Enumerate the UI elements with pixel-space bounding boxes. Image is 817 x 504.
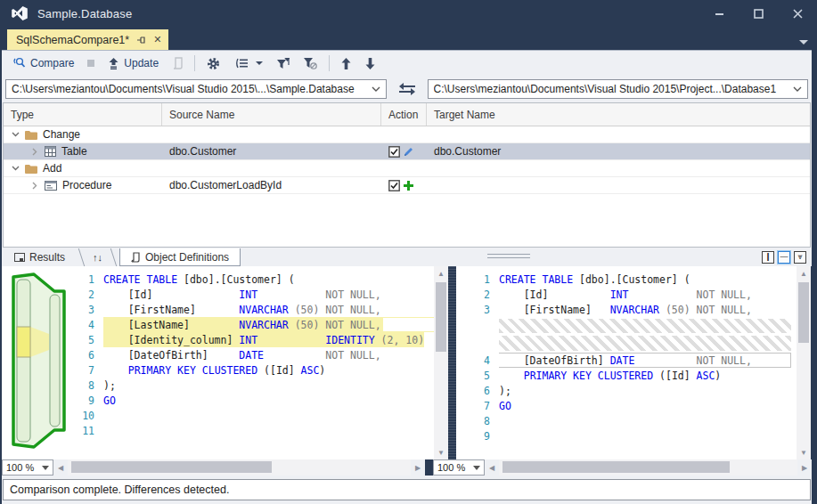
expander-icon[interactable] — [30, 182, 39, 190]
target-vertical-scrollbar[interactable]: ▲ ▼ — [797, 266, 811, 459]
pin-icon[interactable] — [136, 35, 146, 45]
target-name-cell: dbo.Customer — [434, 145, 501, 158]
filter-button[interactable] — [272, 55, 295, 72]
pane-splitter[interactable] — [448, 266, 456, 459]
add-plus-icon — [403, 180, 414, 191]
compare-button[interactable]: Compare — [7, 54, 79, 72]
line-number: 2 — [472, 289, 490, 301]
scrollbar-thumb[interactable] — [436, 282, 446, 352]
diff-grid-row[interactable]: Change — [4, 126, 810, 143]
line-number: 1 — [472, 273, 490, 286]
split-vertical-button[interactable]: ❙ — [762, 251, 774, 264]
compare-icon — [12, 57, 26, 69]
column-header-type[interactable]: Type — [4, 103, 162, 126]
results-icon — [14, 253, 25, 262]
target-code-line: 3 [FirstName] NVARCHAR (50) NOT NULL, — [472, 302, 797, 317]
clear-filter-icon — [304, 58, 317, 69]
scroll-down-icon[interactable]: ▼ — [434, 445, 448, 459]
clear-filter-button[interactable] — [298, 55, 323, 72]
swap-source-target-button[interactable] — [392, 78, 422, 100]
source-code-line: 3 [FirstName] NVARCHAR (50) NOT NULL, — [77, 302, 434, 317]
group-results-button[interactable] — [229, 55, 268, 71]
app-window: Sample.Database SqlSchemaCompare1* ✕ Com… — [0, 0, 817, 504]
target-zoom-select[interactable]: 100 % — [433, 459, 485, 476]
scroll-down-icon[interactable]: ▼ — [797, 445, 811, 459]
target-code-line: 9 — [472, 428, 797, 443]
source-database-select[interactable]: C:\Users\meziantou\Documents\Visual Stud… — [5, 79, 387, 99]
tab-results-label: Results — [29, 251, 65, 264]
expander-icon[interactable] — [11, 166, 20, 171]
diff-grid-row[interactable]: Proceduredbo.CustomerLoadById — [4, 177, 810, 194]
expander-icon[interactable] — [11, 132, 20, 137]
source-code-line: 9GO — [77, 393, 434, 408]
table-icon — [45, 146, 56, 157]
source-code-line: 5 [Identity_column] INT IDENTITY (2, 10) — [77, 332, 434, 347]
source-name-cell: dbo.CustomerLoadById — [169, 179, 282, 191]
folder-icon — [25, 164, 37, 174]
include-checkbox[interactable] — [388, 180, 400, 191]
minimize-button[interactable] — [699, 0, 739, 27]
diff-grid-row[interactable]: Tabledbo.Customerdbo.Customer — [4, 143, 810, 160]
scrollbar-thumb[interactable] — [798, 282, 809, 343]
diff-grid-row[interactable]: Add — [4, 160, 810, 177]
scroll-left-icon[interactable]: ◀ — [485, 459, 499, 476]
source-code-line: 8); — [77, 378, 434, 393]
target-zoom-value: 100 % — [437, 462, 473, 473]
column-header-action[interactable]: Action — [381, 103, 427, 126]
status-message: Comparison complete. Differences detecte… — [10, 484, 229, 496]
edit-pencil-icon — [403, 146, 414, 158]
source-horizontal-scrollbar[interactable] — [68, 459, 411, 476]
horizontal-scroll-row: 100 % ◀ ▶ 100 % ◀ ▶ — [2, 459, 812, 476]
procedure-icon — [45, 181, 57, 191]
expander-icon[interactable] — [30, 148, 39, 156]
chevron-down-icon — [473, 466, 480, 470]
gear-icon — [207, 57, 220, 70]
source-vertical-scrollbar[interactable]: ▲ ▼ — [434, 266, 448, 459]
scrollbar-thumb[interactable] — [502, 461, 730, 473]
collapse-pane-button[interactable]: ⩔ — [794, 251, 806, 264]
maximize-button[interactable] — [739, 0, 778, 27]
document-tab[interactable]: SqlSchemaCompare1* ✕ — [7, 29, 168, 50]
line-number: 1 — [77, 273, 94, 286]
column-header-source-name[interactable]: Source Name — [162, 103, 381, 126]
tab-divider — [110, 248, 117, 266]
close-button[interactable] — [778, 0, 817, 27]
scroll-up-icon[interactable]: ▲ — [797, 266, 811, 280]
toolbar: Compare Update — [2, 51, 812, 76]
next-difference-button[interactable] — [360, 55, 380, 72]
split-horizontal-button[interactable]: — — [778, 251, 790, 264]
target-definition-pane[interactable]: 1CREATE TABLE [dbo].[Customer] (2 [Id] I… — [456, 266, 797, 459]
toolbar-separator — [194, 55, 195, 71]
splitter-grip[interactable] — [487, 254, 530, 261]
tab-object-definitions[interactable]: Object Definitions — [119, 248, 241, 266]
options-button[interactable] — [201, 54, 225, 73]
scroll-left-icon[interactable]: ◀ — [53, 459, 68, 476]
source-code-line: 11 — [77, 423, 434, 438]
scroll-up-icon[interactable]: ▲ — [434, 266, 448, 280]
diff-overview-map[interactable] — [5, 270, 73, 455]
tab-sort[interactable]: ↑↓ — [87, 248, 108, 266]
compare-label: Compare — [30, 57, 74, 69]
target-horizontal-scrollbar[interactable] — [499, 459, 797, 476]
status-bar: Comparison complete. Differences detecte… — [3, 479, 811, 500]
previous-difference-button[interactable] — [336, 55, 356, 72]
tab-list-dropdown-icon[interactable] — [799, 40, 808, 45]
source-definition-pane[interactable]: 1CREATE TABLE [dbo].[Customer] (2 [Id] I… — [2, 266, 434, 459]
target-database-select[interactable]: C:\Users\meziantou\Documents\Visual Stud… — [428, 79, 809, 99]
source-zoom-select[interactable]: 100 % — [2, 459, 53, 476]
line-number: 8 — [472, 415, 490, 427]
include-checkbox[interactable] — [388, 146, 400, 158]
update-icon — [108, 58, 119, 69]
column-header-target-name[interactable]: Target Name — [427, 103, 810, 126]
tab-results[interactable]: Results — [4, 248, 76, 266]
scroll-right-icon[interactable]: ▶ — [411, 459, 425, 476]
diff-grid-body: ChangeTabledbo.Customerdbo.CustomerAddPr… — [4, 126, 810, 194]
target-code-line: 5 PRIMARY KEY CLUSTERED ([Id] ASC) — [472, 368, 797, 383]
line-number: 6 — [472, 385, 490, 397]
update-button[interactable]: Update — [102, 54, 164, 72]
missing-lines-hatch — [472, 317, 797, 353]
tab-close-icon[interactable]: ✕ — [153, 34, 161, 45]
scrollbar-thumb[interactable] — [71, 461, 272, 473]
pane-splitter — [425, 459, 433, 476]
scroll-right-icon[interactable]: ▶ — [797, 459, 812, 476]
